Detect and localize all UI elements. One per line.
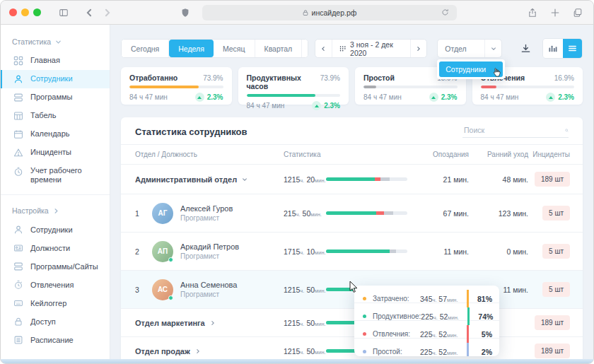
grid-icon [13,56,23,66]
card-title: Простой [363,74,395,82]
address-bar[interactable]: инсайдер.рф [202,5,457,20]
new-tab-icon[interactable] [548,6,562,20]
section-title: Статистика [12,37,51,46]
zoom-window-button[interactable] [33,8,41,16]
sidebar-section-nastroyka[interactable]: Настройка [1,201,110,221]
table-row-arkadiy-petrov[interactable]: 2 АП Аркадий ПетровПрограмист 1715ч. 10м… [121,233,583,271]
tab-mesyats[interactable]: Месяц [214,40,255,57]
tab-nedelya[interactable]: Неделя [169,40,214,57]
early-value: 48 мин. [469,175,528,184]
chevron-right-icon [53,208,59,214]
activity-bar[interactable] [326,249,407,253]
employee-role: Програмист [180,214,233,222]
sidebar-section-statistics[interactable]: Статистика [1,32,110,52]
select-value: Отдел [438,45,484,53]
table-row-admin-dept[interactable]: Административный отдел 1215ч. 20мин. 21 … [121,165,583,194]
hours-value: 1215ч. 50мин. [284,319,326,327]
back-icon[interactable] [82,6,96,20]
col-department[interactable]: Отдел / Должность [135,151,284,158]
share-icon[interactable] [525,6,540,20]
sidebar-item-uchet-vremeni[interactable]: Учет рабочего времени [1,162,110,189]
table-row-sales-dept[interactable]: Отдел продаж 1215ч. 50мин. 189 шт [121,337,583,359]
url-text: инсайдер.рф [312,8,357,17]
search-input[interactable] [462,125,561,135]
card-time: 84 ч 47 мин [363,93,402,101]
employee-name[interactable]: Анна Семенова [180,281,237,289]
tooltip-value: 225ч. 52мин. [420,348,464,356]
tab-god[interactable]: Год [302,40,308,57]
minimize-window-button[interactable] [21,8,29,16]
sidebar-item-raspisanie[interactable]: Расписание [1,331,110,349]
progress-fill [481,86,496,88]
department-name[interactable]: Административный отдел [135,175,284,184]
sidebar-item-label: Сотрудники [30,74,73,83]
card-time: 84 ч 47 мин [129,93,168,101]
sidebar-item-keylogger[interactable]: Кейлоггер [1,294,110,312]
col-incidents[interactable]: Инциденты [528,151,570,158]
stat-cards: Отработанно73.9% 84 ч 47 мин2.3% Продукт… [121,67,583,105]
prev-period-icon[interactable] [315,40,332,57]
department-dropdown-menu: Сотрудники [437,59,505,79]
employee-name[interactable]: Алексей Гуров [180,204,233,213]
shield-icon[interactable] [178,6,192,20]
forward-icon[interactable] [100,6,115,20]
sidebar-item-intsidenty[interactable]: Инциденты [1,143,110,162]
id-badge-icon [13,243,23,253]
progress-fill [363,86,376,88]
col-statistics[interactable]: Статистика [284,151,326,158]
sidebar-item-tabel[interactable]: Табель [1,107,110,125]
incidents-badge: 5 шт [542,282,570,297]
table-row-aleksey-gurov[interactable]: 1 АГ Алексей ГуровПрограмист 215ч. 50мин… [121,194,583,233]
chevron-down-icon [484,40,501,57]
sidebar-item-glavnaya[interactable]: Главная [1,52,110,70]
activity-bar[interactable] [326,177,407,181]
sidebar-item-otvlecheniya[interactable]: Отвлечения [1,276,110,294]
tab-segodnya[interactable]: Сегодня [122,40,169,57]
table-header-row: Отдел / Должность Статистика Опоздания Р… [121,145,583,165]
sidebar-item-label: Программы/Сайты [30,262,98,271]
department-name[interactable]: Отдел продаж [135,347,284,356]
search-icon[interactable] [565,127,569,134]
hand-cursor [491,67,501,78]
search-box[interactable] [462,125,569,138]
calendar-grid-icon [339,45,346,52]
table-row-marketing-dept[interactable]: Отдел маркетинга 1215ч. 50мин. 189 шт [121,309,583,337]
department-name[interactable]: Отдел маркетинга [135,319,284,327]
chevron-right-icon [195,348,201,354]
person-icon [13,74,23,84]
tooltip-percent: 5% [471,330,492,339]
sidebar-item-dolzhnosti[interactable]: Должности [1,239,110,257]
dropdown-item-sotrudniki[interactable]: Сотрудники [439,61,503,77]
next-period-icon[interactable] [411,40,427,57]
date-range-button[interactable]: 3 ноя - 2 дек 2020 [332,40,411,57]
triangle-up-icon [546,93,555,102]
employee-name[interactable]: Аркадий Петров [180,242,239,251]
clock-icon [13,167,23,177]
reload-icon[interactable] [438,6,453,20]
sidebar-item-sotrudniki[interactable]: Сотрудники [1,70,110,88]
list-view-button[interactable] [563,39,582,58]
delta-badge: 2.3% [312,101,340,110]
online-status-dot [168,295,173,300]
sidebar-item-programmy-sayty[interactable]: Программы/Сайты [1,257,110,276]
activity-bar[interactable] [326,211,407,215]
close-window-button[interactable] [9,8,17,16]
tooltip-value: 225ч. 52мин. [421,312,465,321]
sidebar-item-label: Табель [30,111,56,120]
blue-dot-icon [363,350,366,353]
sidebar-item-dostup[interactable]: Доступ [1,312,110,331]
sidebar-item-label: Кейлоггер [30,299,66,308]
sidebar-item-programmy[interactable]: Программы [1,88,110,107]
download-button[interactable] [520,43,531,54]
online-status-dot [168,257,173,262]
tab-overview-icon[interactable] [571,6,585,20]
tab-kvartal[interactable]: Квартал [255,40,303,57]
col-early[interactable]: Ранний уход [469,151,528,158]
col-late[interactable]: Опоздания [418,151,469,158]
sidebar-toggle-icon[interactable] [57,6,71,20]
department-select[interactable]: Отдел [437,39,502,58]
hours-value: 1215ч. 50мин. [284,347,326,356]
chart-view-button[interactable] [543,39,562,58]
sidebar-item-kalendar[interactable]: Календарь [1,125,110,143]
sidebar-item-sotrudniki-settings[interactable]: Сотрудники [1,221,110,239]
